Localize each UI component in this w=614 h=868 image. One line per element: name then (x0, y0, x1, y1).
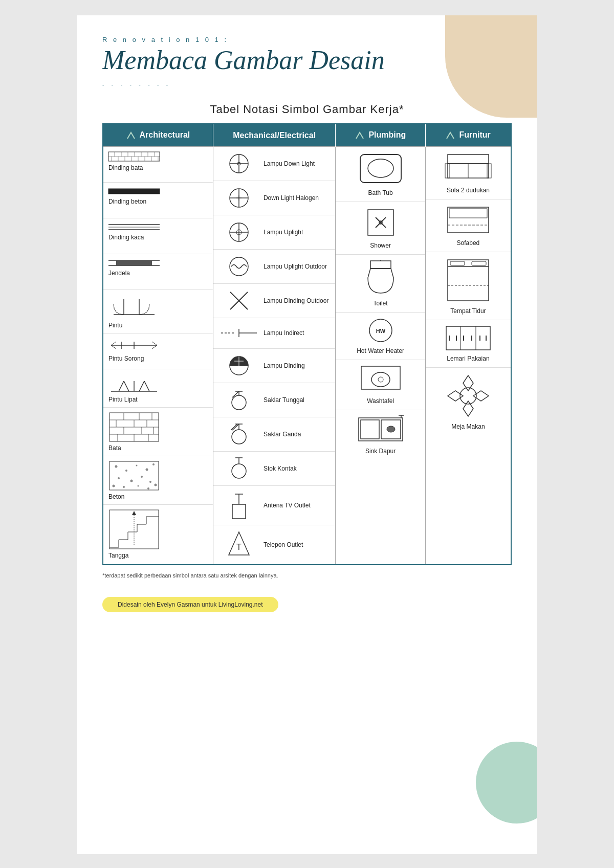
bata-symbol (108, 412, 160, 442)
svg-line-32 (152, 342, 157, 345)
dinding-bata-symbol (108, 151, 160, 162)
arch-item-tangga: Tangga (103, 505, 213, 563)
mech-item-stok-kontak: Stok Kontak (213, 452, 335, 486)
mech-item-antena-tv: Antena TV Outlet (213, 486, 335, 525)
washtafel-symbol (360, 365, 401, 395)
tangga-symbol (108, 509, 160, 550)
svg-line-114 (231, 424, 237, 430)
down-light-halogen-label: Down Light Halogen (264, 194, 330, 202)
sink-dapur-label: Sink Dapur (365, 448, 396, 455)
header-subtitle: R e n o v a t i o n 1 0 1 : (102, 36, 512, 43)
plumb-item-shower: Shower (336, 202, 425, 255)
svg-point-115 (232, 464, 246, 478)
stok-kontak-label: Stok Kontak (264, 465, 330, 472)
mechanical-column: Lampu Down Light (213, 146, 335, 565)
svg-rect-133 (361, 366, 400, 389)
plumb-item-toilet: Toilet (336, 255, 425, 313)
plumb-item-hwh: HW Hot Water Heater (336, 313, 425, 360)
dinding-beton-symbol (108, 187, 160, 196)
arch-item-pintu: Pintu (103, 290, 213, 333)
saklar-ganda-label: Saklar Ganda (264, 431, 330, 438)
sofabed-symbol (445, 205, 491, 237)
lemari-symbol (445, 325, 491, 353)
lampu-indirect-label: Lampu Indirect (264, 329, 330, 337)
arch-item-dinding-beton: Dinding beton (103, 183, 213, 218)
svg-rect-155 (446, 326, 490, 350)
lampu-dinding-symbol (218, 353, 259, 379)
mech-item-lampu-dinding: Lampu Dinding (213, 349, 335, 383)
arch-item-beton: Beton (103, 456, 213, 505)
mech-item-saklar-tunggal: Saklar Tunggal (213, 383, 335, 417)
arch-item-bata: Bata (103, 408, 213, 456)
bathtub-label: Bath Tub (368, 189, 393, 196)
col-header-plumbing: Plumbing (336, 124, 426, 146)
svg-rect-136 (359, 418, 403, 441)
lampu-uplight-outdoor-label: Lampu Uplight Outdoor (264, 263, 330, 270)
svg-point-64 (141, 476, 143, 478)
svg-rect-22 (116, 260, 152, 265)
svg-point-134 (371, 372, 390, 387)
col-header-furniture: Furnitur (425, 124, 511, 146)
meja-makan-symbol (445, 373, 491, 421)
lampu-dinding-outdoor-symbol (218, 288, 259, 314)
pintu-sorong-label: Pintu Sorong (108, 355, 144, 362)
washtafel-label: Washtafel (367, 397, 394, 405)
lampu-dinding-outdoor-label: Lampu Dinding Outdoor (264, 297, 330, 304)
furn-item-meja-makan: Meja Makan (426, 368, 511, 435)
pintu-sorong-symbol (108, 338, 160, 353)
header: R e n o v a t i o n 1 0 1 : Membaca Gamb… (102, 36, 512, 87)
col-header-architectural: Architectural (103, 124, 213, 146)
down-light-halogen-symbol (218, 185, 259, 211)
sofa-label: Sofa 2 dudukan (447, 187, 490, 194)
pintu-label: Pintu (108, 322, 122, 329)
bata-label: Bata (108, 444, 121, 452)
furn-item-lemari: Lemari Pakaian (426, 320, 511, 368)
svg-point-60 (146, 468, 148, 471)
plumbing-column: Bath Tub (336, 146, 426, 565)
telepon-symbol: T (218, 529, 259, 560)
arch-item-dinding-bata: Dinding bata (103, 147, 213, 183)
svg-line-113 (232, 424, 239, 430)
tempat-tidur-symbol (445, 257, 491, 305)
col-header-mechanical: Mechanical/Electrical (213, 124, 335, 146)
plumb-item-bathtub: Bath Tub (336, 147, 425, 202)
lampu-uplight-label: Lampu Uplight (264, 229, 330, 236)
svg-point-135 (378, 377, 383, 382)
svg-rect-17 (108, 189, 160, 194)
antena-tv-symbol (218, 490, 259, 521)
dinding-bata-label: Dinding bata (108, 164, 143, 171)
lampu-dinding-label: Lampu Dinding (264, 362, 330, 369)
shower-symbol (365, 207, 396, 240)
furniture-column: Sofa 2 dudukan (425, 146, 511, 565)
svg-point-58 (125, 470, 127, 472)
svg-marker-82 (132, 511, 136, 515)
svg-point-96 (230, 257, 248, 276)
meja-makan-label: Meja Makan (451, 423, 485, 430)
lampu-down-light-label: Lampu Down Light (264, 160, 330, 167)
svg-line-31 (111, 345, 116, 349)
tangga-label: Tangga (108, 552, 128, 559)
jendela-label: Jendela (108, 270, 130, 277)
mech-item-telepon: T Telepon Outlet (213, 525, 335, 564)
svg-point-62 (118, 477, 120, 479)
arch-item-pintu-sorong: Pintu Sorong (103, 333, 213, 369)
hwh-label: Hot Water Heater (357, 347, 404, 354)
lemari-label: Lemari Pakaian (447, 355, 489, 362)
svg-point-124 (368, 159, 393, 177)
footer-credit: Didesain oleh Evelyn Gasman untuk Living… (102, 597, 278, 612)
svg-line-33 (152, 345, 157, 349)
bathtub-symbol (358, 152, 404, 187)
mech-item-down-light-halogen: Down Light Halogen (213, 181, 335, 215)
saklar-ganda-symbol (218, 421, 259, 447)
pintu-symbol (108, 294, 160, 320)
svg-point-69 (147, 487, 149, 489)
svg-point-57 (115, 465, 118, 468)
saklar-tunggal-label: Saklar Tunggal (264, 396, 330, 404)
svg-point-139 (387, 426, 395, 432)
lampu-uplight-outdoor-symbol (218, 254, 259, 279)
svg-point-106 (232, 395, 246, 410)
plumb-item-washtafel: Washtafel (336, 360, 425, 410)
svg-rect-153 (472, 261, 486, 265)
arch-item-pintu-lipat: Pintu Lipat (103, 369, 213, 408)
dinding-kaca-symbol (108, 222, 160, 232)
